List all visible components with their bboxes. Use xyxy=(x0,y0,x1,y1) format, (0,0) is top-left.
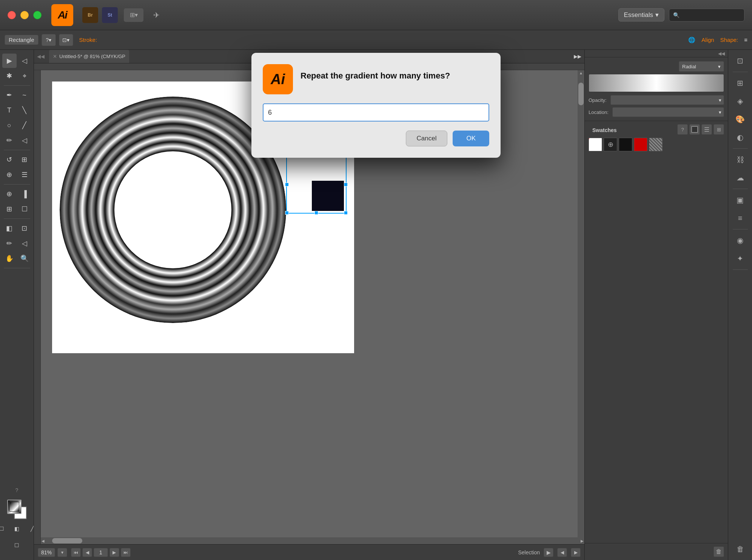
dialog-overlay: Ai Repeat the gradient how many times? C… xyxy=(0,0,752,560)
dialog-title: Repeat the gradient how many times? xyxy=(300,64,450,81)
gradient-repeat-input[interactable] xyxy=(263,103,489,122)
ok-button[interactable]: OK xyxy=(453,131,489,146)
dialog-header: Ai Repeat the gradient how many times? xyxy=(263,64,489,94)
dialog-ai-icon: Ai xyxy=(263,64,293,94)
cancel-button[interactable]: Cancel xyxy=(406,131,448,146)
repeat-gradient-dialog: Ai Repeat the gradient how many times? C… xyxy=(251,53,501,158)
dialog-buttons: Cancel OK xyxy=(263,131,489,146)
